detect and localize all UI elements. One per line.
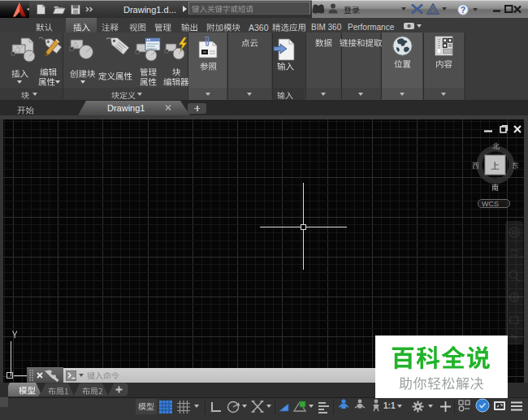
svg-text:?: ? xyxy=(461,5,465,15)
svg-text:Drawing1: Drawing1 xyxy=(107,103,145,113)
